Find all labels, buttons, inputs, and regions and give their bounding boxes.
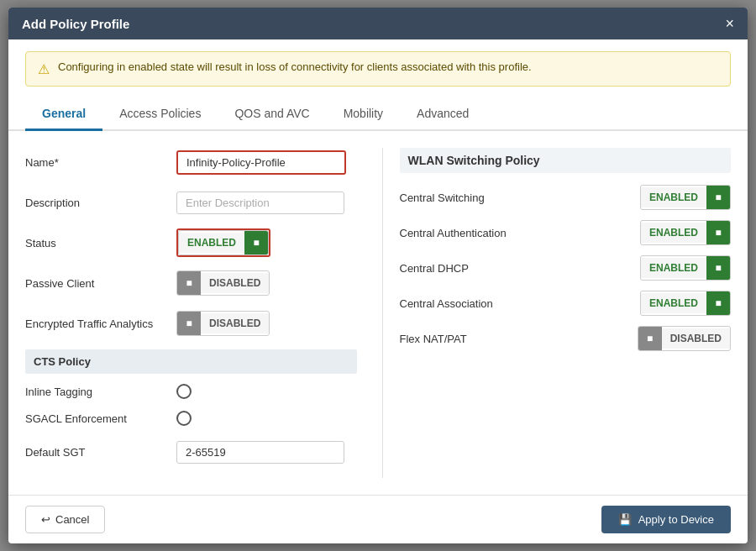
default-sgt-input[interactable] (176, 441, 344, 464)
encrypted-toggle[interactable]: ■ DISABLED (176, 311, 270, 336)
passive-label: Passive Client (25, 277, 176, 290)
flex-nat-toggle-label: DISABLED (662, 328, 730, 349)
name-label: Name* (25, 156, 176, 169)
flex-nat-icon: ■ (638, 327, 662, 350)
central-assoc-label: Central Association (400, 297, 493, 310)
name-row: Name* (25, 148, 357, 176)
wlan-section-title: WLAN Switching Policy (400, 148, 732, 173)
passive-toggle-icon: ■ (177, 271, 201, 295)
passive-toggle[interactable]: ■ DISABLED (176, 270, 270, 296)
central-switching-toggle[interactable]: ENABLED ■ (640, 185, 731, 210)
tab-advanced[interactable]: Advanced (400, 98, 486, 131)
inline-tagging-radio[interactable] (176, 384, 192, 399)
warning-banner: ⚠ Configuring in enabled state will resu… (25, 51, 731, 87)
sgacl-row: SGACL Enforcement (25, 411, 357, 426)
central-dhcp-icon: ■ (706, 256, 730, 280)
encrypted-row: Encrypted Traffic Analytics ■ DISABLED (25, 309, 357, 338)
flex-nat-toggle[interactable]: ■ DISABLED (638, 326, 731, 351)
central-auth-row: Central Authentication ENABLED ■ (400, 220, 732, 245)
sgacl-label: SGACL Enforcement (25, 412, 176, 425)
central-assoc-toggle-label: ENABLED (641, 293, 706, 313)
name-input[interactable] (178, 152, 344, 173)
encrypted-label: Encrypted Traffic Analytics (25, 317, 176, 330)
default-sgt-row: Default SGT (25, 438, 357, 466)
central-auth-toggle-label: ENABLED (641, 223, 706, 243)
central-switching-row: Central Switching ENABLED ■ (400, 185, 732, 210)
flex-nat-label: Flex NAT/PAT (400, 333, 467, 345)
apply-button[interactable]: 💾 Apply to Device (601, 506, 731, 533)
default-sgt-label: Default SGT (25, 446, 176, 459)
central-dhcp-toggle-label: ENABLED (641, 258, 706, 278)
encrypted-toggle-label: DISABLED (201, 313, 269, 333)
warning-icon: ⚠ (38, 61, 50, 77)
central-switching-label: Central Switching (400, 192, 485, 204)
content-area: Name* Description Status ENABLED ■ (8, 131, 748, 495)
description-row: Description (25, 188, 357, 217)
description-label: Description (25, 197, 176, 209)
name-input-wrapper (176, 150, 346, 175)
tab-qos-avc[interactable]: QOS and AVC (218, 98, 326, 131)
status-toggle-wrapper: ENABLED ■ (176, 228, 270, 257)
cts-section-header: CTS Policy (25, 349, 357, 374)
passive-toggle-label: DISABLED (201, 273, 269, 293)
central-dhcp-row: Central DHCP ENABLED ■ (400, 255, 732, 281)
tab-general[interactable]: General (25, 98, 102, 131)
right-panel: WLAN Switching Policy Central Switching … (382, 148, 732, 478)
description-input[interactable] (176, 192, 344, 214)
tab-mobility[interactable]: Mobility (327, 98, 400, 131)
central-assoc-row: Central Association ENABLED ■ (400, 291, 732, 316)
apply-icon: 💾 (618, 513, 632, 526)
cancel-button[interactable]: ↩ Cancel (25, 506, 105, 533)
cancel-icon: ↩ (41, 513, 50, 526)
inline-tagging-row: Inline Tagging (25, 384, 357, 399)
tab-bar: General Access Policies QOS and AVC Mobi… (8, 98, 748, 131)
status-label: Status (25, 237, 176, 249)
central-dhcp-label: Central DHCP (400, 262, 469, 275)
central-switching-toggle-label: ENABLED (641, 187, 706, 207)
modal-header: Add Policy Profile × (8, 8, 748, 39)
sgacl-radio[interactable] (176, 411, 192, 426)
central-assoc-toggle[interactable]: ENABLED ■ (640, 291, 731, 316)
modal-footer: ↩ Cancel 💾 Apply to Device (8, 495, 748, 543)
status-toggle[interactable]: ENABLED ■ (178, 230, 269, 255)
encrypted-toggle-icon: ■ (177, 312, 201, 335)
status-row: Status ENABLED ■ (25, 228, 357, 257)
cancel-label: Cancel (55, 513, 89, 526)
central-auth-icon: ■ (706, 221, 730, 244)
central-dhcp-toggle[interactable]: ENABLED ■ (640, 255, 731, 281)
apply-label: Apply to Device (638, 513, 714, 526)
central-switching-icon: ■ (706, 186, 730, 209)
modal-title: Add Policy Profile (22, 17, 129, 31)
central-auth-label: Central Authentication (400, 227, 507, 239)
inline-tagging-label: Inline Tagging (25, 386, 176, 398)
warning-text: Configuring in enabled state will result… (58, 60, 532, 73)
modal-container: Add Policy Profile × ⚠ Configuring in en… (8, 8, 748, 543)
tab-access-policies[interactable]: Access Policies (102, 98, 218, 131)
central-assoc-icon: ■ (706, 291, 730, 315)
central-auth-toggle[interactable]: ENABLED ■ (640, 220, 731, 245)
close-button[interactable]: × (725, 16, 734, 31)
status-toggle-label: ENABLED (179, 233, 244, 253)
passive-row: Passive Client ■ DISABLED (25, 269, 357, 297)
status-toggle-icon: ■ (244, 231, 268, 255)
flex-nat-row: Flex NAT/PAT ■ DISABLED (400, 326, 732, 351)
left-panel: Name* Description Status ENABLED ■ (25, 148, 382, 478)
